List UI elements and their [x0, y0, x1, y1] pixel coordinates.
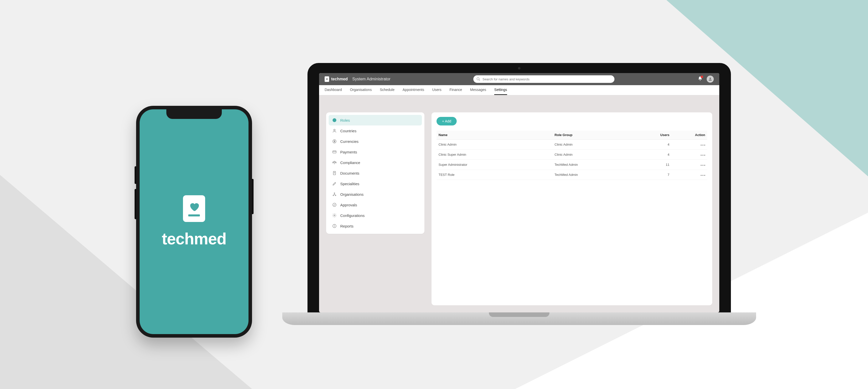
- cell-users: 11: [649, 160, 680, 170]
- sidebar-item-label: Currencies: [340, 139, 359, 143]
- cell-name: Clinic Admin: [436, 139, 553, 150]
- sidebar-item-roles[interactable]: Roles: [329, 115, 422, 126]
- sidebar-item-payments[interactable]: Payments: [329, 147, 422, 157]
- add-button[interactable]: + Add: [436, 117, 457, 126]
- col-action: Action: [680, 130, 707, 139]
- tab-label: Messages: [470, 88, 486, 92]
- sidebar-item-label: Payments: [340, 150, 357, 154]
- sidebar-item-label: Organisations: [340, 192, 364, 196]
- card-icon: [332, 150, 337, 154]
- user-icon: [708, 77, 713, 82]
- roles-panel: + Add Name Role Group Users Action: [432, 112, 712, 305]
- balance-icon: [332, 160, 337, 165]
- search-bar[interactable]: [473, 75, 615, 83]
- row-actions-button[interactable]: [701, 165, 705, 166]
- primary-tabs: Dashboard Organisations Schedule Appoint…: [319, 85, 719, 95]
- search-input[interactable]: [483, 77, 612, 81]
- phone-screen: techmed: [140, 109, 248, 334]
- cell-role-group: TechMed Admin: [553, 160, 649, 170]
- gear-icon: [332, 213, 337, 218]
- sidebar-item-label: Documents: [340, 171, 360, 175]
- cell-users: 7: [649, 170, 680, 180]
- pencil-icon: [332, 182, 337, 186]
- document-icon: [332, 171, 337, 175]
- cell-role-group: Clinic Admin: [553, 139, 649, 150]
- cell-role-group: TechMed Admin: [553, 170, 649, 180]
- avatar[interactable]: [707, 75, 714, 83]
- sidebar-item-compliance[interactable]: Compliance: [329, 157, 422, 168]
- search-icon: [476, 77, 480, 81]
- app-window: ♥ techmed System Administrator: [319, 73, 719, 313]
- laptop-base: [282, 313, 756, 325]
- table-row[interactable]: TEST Role TechMed Admin 7: [436, 170, 707, 180]
- tab-organisations[interactable]: Organisations: [350, 85, 372, 95]
- sidebar-item-organisations[interactable]: Organisations: [329, 189, 422, 199]
- sidebar-item-specialities[interactable]: Specialities: [329, 179, 422, 189]
- col-role-group[interactable]: Role Group: [553, 130, 649, 139]
- sidebar-item-label: Compliance: [340, 161, 360, 165]
- laptop-camera: [518, 67, 521, 69]
- phone-notch: [166, 109, 222, 119]
- app-header: ♥ techmed System Administrator: [319, 73, 719, 85]
- sidebar-item-documents[interactable]: Documents: [329, 168, 422, 179]
- brand-text: techmed: [331, 77, 348, 82]
- row-actions-button[interactable]: [701, 144, 705, 145]
- row-actions-button[interactable]: [701, 175, 705, 176]
- tab-messages[interactable]: Messages: [470, 85, 486, 95]
- svg-point-14: [333, 203, 336, 206]
- sidebar-item-countries[interactable]: Countries: [329, 126, 422, 136]
- table-header-row: Name Role Group Users Action: [436, 130, 707, 139]
- tab-label: Organisations: [350, 88, 372, 92]
- tab-dashboard[interactable]: Dashboard: [324, 85, 342, 95]
- sidebar-item-label: Configurations: [340, 214, 365, 218]
- app-body: Roles Countries $ Currencies Payments: [319, 95, 719, 313]
- col-name[interactable]: Name: [436, 130, 553, 139]
- table-row[interactable]: Super Administrator TechMed Admin 11: [436, 160, 707, 170]
- brand-logo[interactable]: ♥ techmed: [324, 76, 348, 82]
- svg-point-18: [334, 225, 335, 226]
- tab-label: Appointments: [403, 88, 424, 92]
- phone-side-button: [134, 189, 136, 219]
- notifications-button[interactable]: [698, 76, 703, 82]
- tab-label: Users: [432, 88, 441, 92]
- phone-logo-icon: [183, 195, 205, 222]
- settings-sidebar: Roles Countries $ Currencies Payments: [326, 112, 425, 234]
- heart-icon: [188, 201, 200, 213]
- globe-icon: [332, 118, 337, 123]
- row-actions-button[interactable]: [701, 155, 705, 156]
- phone-brand-text: techmed: [162, 229, 226, 248]
- sidebar-item-approvals[interactable]: Approvals: [329, 199, 422, 210]
- sidebar-item-label: Roles: [340, 118, 350, 123]
- sidebar-item-currencies[interactable]: $ Currencies: [329, 136, 422, 147]
- table-row[interactable]: Clinic Super Admin Clinic Admin 4: [436, 150, 707, 160]
- table-row[interactable]: Clinic Admin Clinic Admin 4: [436, 139, 707, 150]
- svg-rect-6: [333, 151, 336, 153]
- svg-point-3: [334, 129, 335, 131]
- col-users[interactable]: Users: [649, 130, 680, 139]
- tab-settings[interactable]: Settings: [494, 85, 507, 95]
- sidebar-item-configurations[interactable]: Configurations: [329, 210, 422, 221]
- sidebar-item-label: Specialities: [340, 182, 360, 186]
- tab-users[interactable]: Users: [432, 85, 441, 95]
- tab-schedule[interactable]: Schedule: [380, 85, 395, 95]
- brand-glyph-icon: ♥: [324, 76, 329, 82]
- cell-name: Super Administrator: [436, 160, 553, 170]
- sidebar-item-label: Countries: [340, 129, 356, 133]
- tab-label: Finance: [450, 88, 462, 92]
- sidebar-item-reports[interactable]: Reports: [329, 221, 422, 231]
- currency-icon: $: [332, 139, 337, 143]
- svg-line-1: [479, 79, 480, 80]
- cell-name: TEST Role: [436, 170, 553, 180]
- person-icon: [332, 129, 337, 133]
- tab-finance[interactable]: Finance: [450, 85, 462, 95]
- tab-appointments[interactable]: Appointments: [403, 85, 424, 95]
- phone-mockup: techmed: [136, 106, 252, 337]
- current-role-label: System Administrator: [352, 77, 391, 82]
- phone-side-button: [134, 166, 136, 184]
- svg-point-11: [334, 193, 335, 194]
- sidebar-item-label: Approvals: [340, 203, 357, 207]
- roles-table: Name Role Group Users Action Clinic Admi…: [436, 130, 707, 180]
- phone-side-button: [252, 179, 253, 214]
- org-icon: [332, 192, 337, 196]
- notification-dot: [701, 75, 703, 78]
